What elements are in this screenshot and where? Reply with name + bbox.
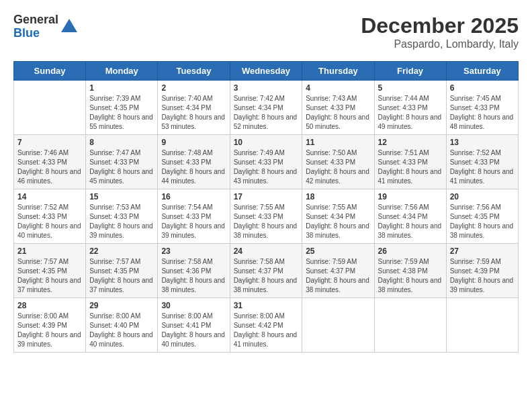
day-content: Sunrise: 7:50 AM Sunset: 4:33 PM Dayligh… [306,148,370,186]
location-subtitle: Paspardo, Lombardy, Italy [361,38,519,50]
table-row: 16Sunrise: 7:54 AM Sunset: 4:33 PM Dayli… [158,189,230,244]
day-number: 10 [234,138,299,147]
calendar-week-3: 14Sunrise: 7:52 AM Sunset: 4:33 PM Dayli… [14,189,519,244]
day-number: 31 [234,301,299,310]
calendar-table: Sunday Monday Tuesday Wednesday Thursday… [13,61,519,353]
table-row [14,81,86,135]
table-row: 19Sunrise: 7:56 AM Sunset: 4:34 PM Dayli… [374,189,446,244]
logo: General Blue [13,13,79,40]
day-content: Sunrise: 7:55 AM Sunset: 4:34 PM Dayligh… [306,203,370,240]
day-number: 5 [378,83,443,93]
calendar-header-row: Sunday Monday Tuesday Wednesday Thursday… [14,62,519,81]
col-friday: Friday [374,62,446,81]
day-number: 25 [306,246,370,256]
table-row: 3Sunrise: 7:42 AM Sunset: 4:34 PM Daylig… [230,81,302,135]
table-row: 25Sunrise: 7:59 AM Sunset: 4:37 PM Dayli… [302,244,374,298]
table-row: 15Sunrise: 7:53 AM Sunset: 4:33 PM Dayli… [86,189,158,244]
day-content: Sunrise: 7:58 AM Sunset: 4:37 PM Dayligh… [234,257,299,295]
day-content: Sunrise: 7:49 AM Sunset: 4:33 PM Dayligh… [234,148,299,186]
day-number: 2 [161,83,226,93]
day-number: 27 [450,246,515,256]
day-content: Sunrise: 7:52 AM Sunset: 4:33 PM Dayligh… [17,203,82,240]
month-title: December 2025 [361,13,519,38]
page-header: General Blue December 2025 Paspardo, Lom… [13,13,519,50]
table-row: 23Sunrise: 7:58 AM Sunset: 4:36 PM Dayli… [158,244,230,298]
day-content: Sunrise: 7:51 AM Sunset: 4:33 PM Dayligh… [378,148,443,186]
day-content: Sunrise: 8:00 AM Sunset: 4:41 PM Dayligh… [161,312,226,349]
col-saturday: Saturday [446,62,518,81]
logo-general-text: General [13,13,58,27]
col-thursday: Thursday [302,62,374,81]
day-number: 7 [17,138,82,147]
day-content: Sunrise: 7:56 AM Sunset: 4:35 PM Dayligh… [450,203,515,240]
table-row [374,298,446,353]
table-row: 24Sunrise: 7:58 AM Sunset: 4:37 PM Dayli… [230,244,302,298]
day-number: 22 [89,246,154,256]
day-number: 30 [161,301,226,310]
day-number: 14 [17,192,82,201]
table-row: 11Sunrise: 7:50 AM Sunset: 4:33 PM Dayli… [302,135,374,189]
day-content: Sunrise: 7:53 AM Sunset: 4:33 PM Dayligh… [89,203,154,240]
table-row: 28Sunrise: 8:00 AM Sunset: 4:39 PM Dayli… [14,298,86,353]
table-row: 21Sunrise: 7:57 AM Sunset: 4:35 PM Dayli… [14,244,86,298]
table-row: 29Sunrise: 8:00 AM Sunset: 4:40 PM Dayli… [86,298,158,353]
day-number: 12 [378,138,443,147]
table-row: 1Sunrise: 7:39 AM Sunset: 4:35 PM Daylig… [86,81,158,135]
day-content: Sunrise: 7:56 AM Sunset: 4:34 PM Dayligh… [378,203,443,240]
day-content: Sunrise: 7:42 AM Sunset: 4:34 PM Dayligh… [234,94,299,132]
table-row: 20Sunrise: 7:56 AM Sunset: 4:35 PM Dayli… [446,189,518,244]
table-row: 31Sunrise: 8:00 AM Sunset: 4:42 PM Dayli… [230,298,302,353]
table-row: 13Sunrise: 7:52 AM Sunset: 4:33 PM Dayli… [446,135,518,189]
day-content: Sunrise: 7:52 AM Sunset: 4:33 PM Dayligh… [450,148,515,186]
table-row: 10Sunrise: 7:49 AM Sunset: 4:33 PM Dayli… [230,135,302,189]
table-row: 22Sunrise: 7:57 AM Sunset: 4:35 PM Dayli… [86,244,158,298]
day-content: Sunrise: 7:59 AM Sunset: 4:37 PM Dayligh… [306,257,370,295]
col-tuesday: Tuesday [158,62,230,81]
day-number: 4 [306,83,370,93]
table-row: 18Sunrise: 7:55 AM Sunset: 4:34 PM Dayli… [302,189,374,244]
logo-icon [60,17,79,36]
table-row: 9Sunrise: 7:48 AM Sunset: 4:33 PM Daylig… [158,135,230,189]
day-number: 16 [161,192,226,201]
day-content: Sunrise: 7:59 AM Sunset: 4:39 PM Dayligh… [450,257,515,295]
table-row: 26Sunrise: 7:59 AM Sunset: 4:38 PM Dayli… [374,244,446,298]
table-row: 17Sunrise: 7:55 AM Sunset: 4:33 PM Dayli… [230,189,302,244]
day-content: Sunrise: 7:44 AM Sunset: 4:33 PM Dayligh… [378,94,443,132]
day-content: Sunrise: 7:47 AM Sunset: 4:33 PM Dayligh… [89,148,154,186]
calendar-week-5: 28Sunrise: 8:00 AM Sunset: 4:39 PM Dayli… [14,298,519,353]
table-row: 27Sunrise: 7:59 AM Sunset: 4:39 PM Dayli… [446,244,518,298]
day-number: 20 [450,192,515,201]
day-number: 17 [234,192,299,201]
day-number: 1 [89,83,154,93]
day-number: 23 [161,246,226,256]
day-content: Sunrise: 7:48 AM Sunset: 4:33 PM Dayligh… [161,148,226,186]
title-block: December 2025 Paspardo, Lombardy, Italy [361,13,519,50]
day-content: Sunrise: 8:00 AM Sunset: 4:40 PM Dayligh… [89,312,154,349]
table-row: 6Sunrise: 7:45 AM Sunset: 4:33 PM Daylig… [446,81,518,135]
day-content: Sunrise: 7:43 AM Sunset: 4:33 PM Dayligh… [306,94,370,132]
table-row: 7Sunrise: 7:46 AM Sunset: 4:33 PM Daylig… [14,135,86,189]
table-row: 12Sunrise: 7:51 AM Sunset: 4:33 PM Dayli… [374,135,446,189]
day-number: 15 [89,192,154,201]
day-content: Sunrise: 7:55 AM Sunset: 4:33 PM Dayligh… [234,203,299,240]
col-sunday: Sunday [14,62,86,81]
day-content: Sunrise: 7:46 AM Sunset: 4:33 PM Dayligh… [17,148,82,186]
col-monday: Monday [86,62,158,81]
table-row: 5Sunrise: 7:44 AM Sunset: 4:33 PM Daylig… [374,81,446,135]
day-content: Sunrise: 8:00 AM Sunset: 4:39 PM Dayligh… [17,312,82,349]
day-number: 28 [17,301,82,310]
day-number: 6 [450,83,515,93]
day-number: 26 [378,246,443,256]
table-row: 14Sunrise: 7:52 AM Sunset: 4:33 PM Dayli… [14,189,86,244]
day-content: Sunrise: 7:58 AM Sunset: 4:36 PM Dayligh… [161,257,226,295]
day-number: 13 [450,138,515,147]
day-content: Sunrise: 7:54 AM Sunset: 4:33 PM Dayligh… [161,203,226,240]
day-number: 24 [234,246,299,256]
day-number: 29 [89,301,154,310]
day-content: Sunrise: 7:45 AM Sunset: 4:33 PM Dayligh… [450,94,515,132]
day-content: Sunrise: 7:39 AM Sunset: 4:35 PM Dayligh… [89,94,154,132]
day-number: 18 [306,192,370,201]
calendar-week-2: 7Sunrise: 7:46 AM Sunset: 4:33 PM Daylig… [14,135,519,189]
table-row: 4Sunrise: 7:43 AM Sunset: 4:33 PM Daylig… [302,81,374,135]
table-row [446,298,518,353]
